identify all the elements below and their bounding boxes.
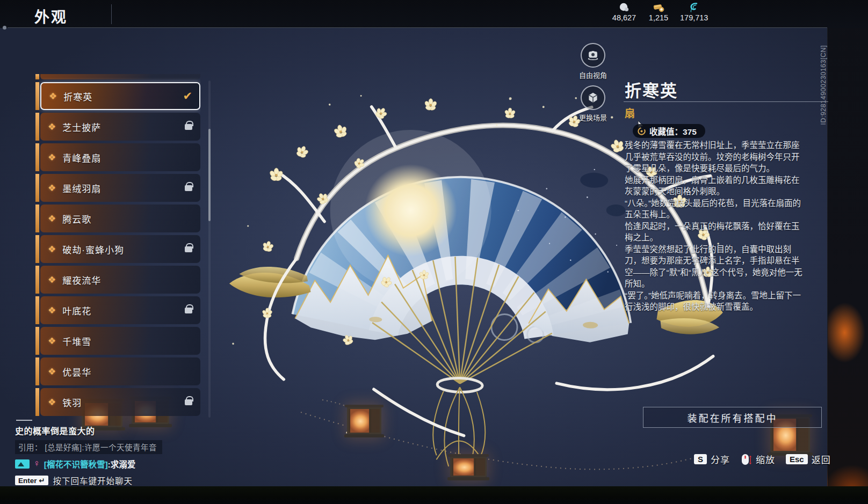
list-item[interactable]: ❖ 折寒英 ✔ xyxy=(35,82,200,110)
item-accent-bar xyxy=(35,235,39,263)
description-paragraph: 她展开那柄团扇，扇骨上嵌着的几枚玉雕梅花在灰蒙蒙的天地间格外刺眼。 xyxy=(625,174,804,198)
currency-bar: 48,627 1,215 179,713 xyxy=(611,2,708,22)
item-label: 破劫·蜜蜂小狗 xyxy=(62,243,124,256)
description-paragraph: 残冬的薄雪覆在无常村旧址上，季莹莹立在那座几乎被荒草吞没的坟前。坟旁的老梅树今年… xyxy=(625,140,804,174)
collection-value-badge: 收藏值：375 xyxy=(633,124,705,138)
item-accent-bar xyxy=(35,113,39,141)
share-keycap: S xyxy=(694,454,707,464)
chat-sender-name[interactable]: [榴花不识簪秋雪] xyxy=(44,460,108,469)
top-bar: 外观 48,627 1,215 xyxy=(0,0,868,28)
item-accent-bar xyxy=(35,204,39,232)
hotkey-bar: S 分享 缩放 Esc 返回 xyxy=(694,452,831,466)
item-category: 扇 xyxy=(625,105,636,120)
camera-icon xyxy=(585,48,601,63)
chat-message: 史的概率倒是蛮大的 xyxy=(15,424,162,437)
chat-previous-line xyxy=(16,420,32,421)
scene-right-edge xyxy=(827,0,868,504)
list-item[interactable]: ❖ 耀夜流华 xyxy=(35,266,200,294)
scene-ground xyxy=(0,486,868,504)
currency-value: 1,215 xyxy=(649,13,668,22)
item-description: 残冬的薄雪覆在无常村旧址上，季莹莹立在那座几乎被荒草吞没的坟前。坟旁的老梅树今年… xyxy=(625,140,804,313)
item-label: 耀夜流华 xyxy=(62,273,101,287)
page-title: 外观 xyxy=(34,5,68,27)
back-button[interactable]: Esc 返回 xyxy=(786,452,831,466)
list-item[interactable]: ❖ 破劫·蜜蜂小狗 xyxy=(35,235,200,263)
change-scene-button[interactable]: 更换场景 xyxy=(579,85,607,122)
list-scrollbar-track[interactable] xyxy=(208,81,211,418)
item-star-icon: ❖ xyxy=(48,214,56,223)
item-label: 优昙华 xyxy=(62,365,91,378)
chat-message-row: ♀ [榴花不识簪秋雪]:求溺爱 xyxy=(15,458,162,470)
player-id-label: ID:92814900230163[CN] xyxy=(820,45,827,125)
collection-coin-icon xyxy=(637,127,646,136)
list-item[interactable]: ❖ 芝士披萨 xyxy=(35,113,200,141)
lantern xyxy=(347,405,381,437)
currency-jade[interactable]: 179,713 xyxy=(680,2,708,22)
item-accent-bar xyxy=(35,327,39,355)
currency-value: 48,627 xyxy=(612,13,636,22)
item-label: 芝士披萨 xyxy=(62,120,101,134)
list-item[interactable]: ❖ 千堆雪 xyxy=(35,327,200,355)
share-button[interactable]: S 分享 xyxy=(694,452,730,466)
chat-quote: 引用： [总是好痛]:许愿一个天使青年音 xyxy=(15,440,162,454)
equipped-check-icon: ✔ xyxy=(183,90,192,103)
free-camera-label: 自由视角 xyxy=(579,70,607,80)
item-label: 叶底花 xyxy=(62,304,91,317)
list-item[interactable]: ❖ 优昙华 xyxy=(35,357,200,385)
item-star-icon: ❖ xyxy=(49,92,57,101)
description-paragraph: 恰逢风起时，一朵真正的梅花飘落，恰好覆在玉梅之上。 xyxy=(625,221,804,244)
change-scene-label: 更换场景 xyxy=(579,112,607,122)
list-item[interactable]: ❖ 叶底花 xyxy=(35,296,200,324)
item-title: 折寒英 xyxy=(625,77,678,101)
chat-input-hint: 按下回车键开始聊天 xyxy=(53,474,133,486)
list-item[interactable]: ❖ 腾云歌 xyxy=(35,204,200,232)
equip-all-outfits-label: 装配在所有搭配中 xyxy=(688,411,778,425)
title-divider xyxy=(111,4,112,24)
item-label: 千堆雪 xyxy=(62,334,91,348)
share-label: 分享 xyxy=(711,452,730,466)
item-accent-bar xyxy=(35,266,39,294)
lock-icon xyxy=(185,399,192,405)
top-bar-separator xyxy=(8,27,827,28)
chat-channel-badge-icon xyxy=(15,459,30,469)
chat-input-prompt[interactable]: Enter ↵ 按下回车键开始聊天 xyxy=(15,474,162,486)
chat-sender-message: :求溺爱 xyxy=(108,460,136,469)
currency-value: 179,713 xyxy=(680,13,708,22)
item-label: 墨绒羽扇 xyxy=(62,181,101,195)
description-paragraph: “八朵。”她数完枝头最后的花苞，目光落在扇面的五朵玉梅上。 xyxy=(625,198,804,221)
chat-panel: 史的概率倒是蛮大的 引用： [总是好痛]:许愿一个天使青年音 ♀ [榴花不识簪秋… xyxy=(15,420,162,486)
mouse-scroll-icon xyxy=(741,453,752,466)
cube-icon xyxy=(586,91,600,105)
moon-coin-icon xyxy=(619,2,630,13)
item-star-icon: ❖ xyxy=(48,306,56,315)
free-camera-button[interactable]: 自由视角 xyxy=(579,43,607,80)
zoom-control[interactable]: 缩放 xyxy=(741,452,775,466)
item-star-icon: ❖ xyxy=(48,275,56,284)
list-item[interactable]: ❖ 墨绒羽扇 xyxy=(35,174,200,202)
equip-all-outfits-button[interactable]: 装配在所有搭配中 xyxy=(643,407,822,428)
item-label: 铁羽 xyxy=(62,396,82,409)
list-item-partial[interactable] xyxy=(35,74,200,79)
back-label: 返回 xyxy=(812,452,831,466)
item-label: 青峰叠扇 xyxy=(62,151,101,164)
item-star-icon: ❖ xyxy=(48,184,56,193)
item-accent-bar xyxy=(35,174,39,202)
enter-keycap: Enter ↵ xyxy=(15,476,48,485)
item-accent-bar xyxy=(35,357,39,385)
list-item[interactable]: ❖ 铁羽 xyxy=(35,388,200,416)
description-paragraph: “罢了。”她低声呢喃着，转身离去。雪地上留下一行浅浅的脚印，很快就被新雪覆盖。 xyxy=(625,290,804,313)
item-accent-bar xyxy=(35,143,39,171)
zoom-label: 缩放 xyxy=(756,452,775,466)
currency-gold[interactable]: 1,215 xyxy=(646,2,671,22)
collection-label: 收藏值： xyxy=(649,127,683,136)
item-star-icon: ❖ xyxy=(48,245,56,254)
jade-silk-icon xyxy=(689,2,699,13)
currency-coins[interactable]: 48,627 xyxy=(611,2,637,22)
list-item[interactable]: ❖ 青峰叠扇 xyxy=(35,143,200,171)
appearance-list: ❖ 折寒英 ✔ ❖ 芝士披萨 ❖ 青峰叠扇 ❖ 墨绒羽扇 xyxy=(35,74,200,422)
item-accent-bar xyxy=(35,388,39,416)
detail-divider xyxy=(624,101,828,102)
list-scrollbar-thumb[interactable] xyxy=(208,129,211,221)
item-label: 腾云歌 xyxy=(62,212,91,225)
item-star-icon: ❖ xyxy=(48,153,56,162)
